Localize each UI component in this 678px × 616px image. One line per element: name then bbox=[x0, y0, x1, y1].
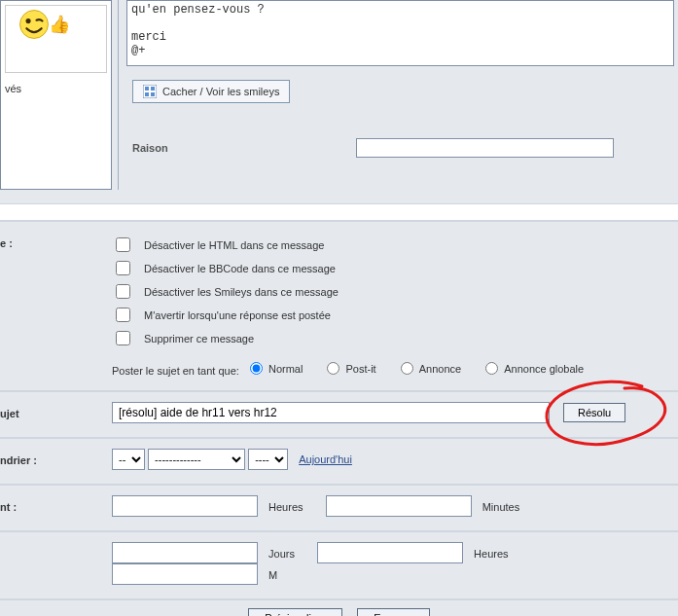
disable-html-label: Désactiver le HTML dans ce message bbox=[144, 239, 324, 251]
options-section-label: e : bbox=[0, 232, 112, 377]
svg-rect-5 bbox=[145, 92, 149, 96]
post-as-normal-radio[interactable] bbox=[250, 362, 263, 375]
post-as-annonce-radio[interactable] bbox=[401, 362, 413, 375]
smiley-box[interactable]: 👍 bbox=[5, 5, 107, 73]
post-as-global-label: Annonce globale bbox=[504, 363, 584, 375]
svg-point-1 bbox=[26, 18, 31, 23]
duration-label bbox=[0, 542, 112, 585]
today-link[interactable]: Aujourd'hui bbox=[299, 453, 352, 465]
time-label: nt : bbox=[0, 495, 112, 517]
post-as-normal-label: Normal bbox=[268, 363, 303, 375]
calendar-month-select[interactable]: ------------- bbox=[148, 449, 245, 470]
post-as-annonce-label: Annonce bbox=[419, 363, 461, 375]
notify-checkbox[interactable] bbox=[116, 308, 130, 322]
post-as-postit-radio[interactable] bbox=[327, 362, 339, 375]
notify-label: M'avertir lorsqu'une réponse est postée bbox=[144, 309, 331, 321]
jours-label: Jours bbox=[268, 548, 295, 560]
delete-label: Supprimer ce message bbox=[144, 333, 254, 344]
disable-smileys-checkbox[interactable] bbox=[116, 284, 130, 299]
post-as-postit-label: Post-it bbox=[345, 363, 375, 375]
svg-rect-6 bbox=[151, 92, 155, 96]
raison-label: Raison bbox=[132, 142, 356, 154]
calendar-label: ndrier : bbox=[0, 449, 112, 470]
minutes-input[interactable] bbox=[326, 495, 472, 517]
hours-label: Heures bbox=[268, 501, 303, 513]
resolu-button[interactable]: Résolu bbox=[563, 403, 625, 422]
toggle-smileys-button[interactable]: Cacher / Voir les smileys bbox=[132, 80, 290, 103]
m-label: M bbox=[268, 569, 277, 581]
svg-rect-4 bbox=[151, 87, 155, 91]
subject-input[interactable] bbox=[112, 402, 550, 423]
smiley-panel-caption: vés bbox=[5, 83, 107, 94]
message-textarea[interactable]: qu'en pensez-vous ? merci @+ bbox=[126, 0, 674, 66]
m-input[interactable] bbox=[112, 563, 258, 585]
subject-label: ujet bbox=[0, 402, 112, 423]
disable-bbcode-label: Désactiver le BBCode dans ce message bbox=[144, 263, 336, 274]
calendar-day-select[interactable]: -- bbox=[112, 449, 145, 470]
submit-button[interactable]: Envoyer bbox=[357, 608, 429, 616]
delete-checkbox[interactable] bbox=[116, 331, 130, 345]
heures-label: Heures bbox=[474, 548, 508, 560]
grid-icon bbox=[143, 85, 157, 98]
svg-point-0 bbox=[20, 11, 49, 39]
disable-smileys-label: Désactiver les Smileys dans ce message bbox=[144, 286, 339, 298]
hours-input[interactable] bbox=[112, 495, 258, 517]
jours-input[interactable] bbox=[112, 542, 258, 563]
wink-smiley-icon[interactable] bbox=[18, 8, 51, 41]
calendar-year-select[interactable]: ---- bbox=[248, 449, 288, 470]
thumbs-up-icon[interactable]: 👍 bbox=[49, 14, 70, 35]
disable-html-checkbox[interactable] bbox=[116, 237, 130, 252]
post-as-label: Poster le sujet en tant que: bbox=[112, 365, 239, 377]
raison-input[interactable] bbox=[356, 138, 614, 158]
toggle-smileys-label: Cacher / Voir les smileys bbox=[162, 86, 279, 97]
preview-button[interactable]: Prévisualiser bbox=[248, 608, 342, 616]
post-as-global-radio[interactable] bbox=[485, 362, 498, 375]
smiley-palette: 👍 vés bbox=[0, 0, 112, 190]
disable-bbcode-checkbox[interactable] bbox=[116, 261, 130, 275]
svg-rect-3 bbox=[145, 87, 149, 91]
minutes-label: Minutes bbox=[482, 501, 520, 513]
heures-input[interactable] bbox=[317, 542, 463, 563]
